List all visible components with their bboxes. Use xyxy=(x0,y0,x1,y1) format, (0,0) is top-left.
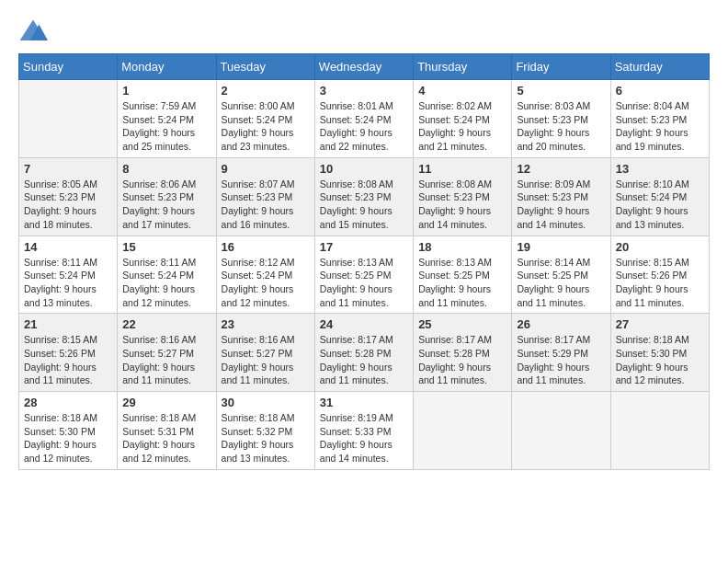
calendar-day-cell: 3Sunrise: 8:01 AMSunset: 5:24 PMDaylight… xyxy=(314,80,413,158)
day-number: 1 xyxy=(122,84,210,98)
day-info: Sunrise: 8:13 AMSunset: 5:25 PMDaylight:… xyxy=(418,256,506,310)
day-number: 13 xyxy=(616,162,704,176)
calendar-header-sunday: Sunday xyxy=(19,54,118,80)
day-info: Sunrise: 7:59 AMSunset: 5:24 PMDaylight:… xyxy=(122,99,210,154)
day-number: 14 xyxy=(24,240,112,254)
day-info: Sunrise: 8:18 AMSunset: 5:30 PMDaylight:… xyxy=(616,333,704,387)
day-number: 31 xyxy=(320,396,408,409)
day-info: Sunrise: 8:16 AMSunset: 5:27 PMDaylight:… xyxy=(122,333,210,387)
day-info: Sunrise: 8:18 AMSunset: 5:30 PMDaylight:… xyxy=(24,411,112,465)
calendar-day-cell: 11Sunrise: 8:08 AMSunset: 5:23 PMDayligh… xyxy=(414,157,512,236)
day-info: Sunrise: 8:05 AMSunset: 5:23 PMDaylight:… xyxy=(24,178,112,232)
day-number: 6 xyxy=(616,84,704,98)
calendar-day-cell: 8Sunrise: 8:06 AMSunset: 5:23 PMDaylight… xyxy=(118,157,216,236)
day-info: Sunrise: 8:18 AMSunset: 5:32 PMDaylight:… xyxy=(222,411,310,465)
calendar-day-cell: 24Sunrise: 8:17 AMSunset: 5:28 PMDayligh… xyxy=(314,314,413,392)
day-number: 10 xyxy=(320,162,408,176)
day-number: 2 xyxy=(222,84,310,98)
calendar-day-cell: 21Sunrise: 8:15 AMSunset: 5:26 PMDayligh… xyxy=(19,314,118,392)
calendar-day-cell: 6Sunrise: 8:04 AMSunset: 5:23 PMDaylight… xyxy=(610,80,709,158)
calendar-week-row: 1Sunrise: 7:59 AMSunset: 5:24 PMDaylight… xyxy=(19,80,710,158)
calendar-day-cell: 29Sunrise: 8:18 AMSunset: 5:31 PMDayligh… xyxy=(118,392,216,470)
calendar-table: SundayMondayTuesdayWednesdayThursdayFrid… xyxy=(18,53,710,470)
day-info: Sunrise: 8:14 AMSunset: 5:25 PMDaylight:… xyxy=(517,256,605,310)
day-number: 8 xyxy=(122,162,210,176)
day-info: Sunrise: 8:10 AMSunset: 5:24 PMDaylight:… xyxy=(616,178,704,232)
day-info: Sunrise: 8:12 AMSunset: 5:24 PMDaylight:… xyxy=(222,256,310,310)
calendar-day-cell: 1Sunrise: 7:59 AMSunset: 5:24 PMDaylight… xyxy=(118,80,216,158)
calendar-week-row: 14Sunrise: 8:11 AMSunset: 5:24 PMDayligh… xyxy=(19,236,710,314)
calendar-header-saturday: Saturday xyxy=(610,54,709,80)
calendar-header-friday: Friday xyxy=(512,54,610,80)
day-info: Sunrise: 8:15 AMSunset: 5:26 PMDaylight:… xyxy=(24,333,112,387)
calendar-day-cell: 19Sunrise: 8:14 AMSunset: 5:25 PMDayligh… xyxy=(512,236,610,314)
calendar-day-cell: 27Sunrise: 8:18 AMSunset: 5:30 PMDayligh… xyxy=(610,314,709,392)
calendar-day-cell: 18Sunrise: 8:13 AMSunset: 5:25 PMDayligh… xyxy=(414,236,512,314)
calendar-day-cell: 7Sunrise: 8:05 AMSunset: 5:23 PMDaylight… xyxy=(19,157,118,236)
day-info: Sunrise: 8:07 AMSunset: 5:23 PMDaylight:… xyxy=(222,178,310,232)
day-info: Sunrise: 8:11 AMSunset: 5:24 PMDaylight:… xyxy=(24,256,112,310)
calendar-header-tuesday: Tuesday xyxy=(216,54,314,80)
day-info: Sunrise: 8:08 AMSunset: 5:23 PMDaylight:… xyxy=(320,178,408,232)
day-number: 21 xyxy=(24,317,112,331)
calendar-day-cell: 16Sunrise: 8:12 AMSunset: 5:24 PMDayligh… xyxy=(216,236,314,314)
day-number: 19 xyxy=(517,240,605,254)
day-number: 20 xyxy=(616,240,704,254)
day-number: 12 xyxy=(517,162,605,176)
calendar-week-row: 7Sunrise: 8:05 AMSunset: 5:23 PMDaylight… xyxy=(19,157,710,236)
day-number: 26 xyxy=(517,317,605,331)
day-number: 7 xyxy=(24,162,112,176)
calendar-day-cell: 2Sunrise: 8:00 AMSunset: 5:24 PMDaylight… xyxy=(216,80,314,158)
day-number: 4 xyxy=(418,84,506,98)
day-info: Sunrise: 8:17 AMSunset: 5:28 PMDaylight:… xyxy=(418,333,506,387)
calendar-day-cell xyxy=(19,80,118,158)
calendar-day-cell xyxy=(414,392,512,470)
calendar-day-cell: 30Sunrise: 8:18 AMSunset: 5:32 PMDayligh… xyxy=(216,392,314,470)
day-number: 11 xyxy=(418,162,506,176)
day-info: Sunrise: 8:01 AMSunset: 5:24 PMDaylight:… xyxy=(320,99,408,154)
calendar-header-thursday: Thursday xyxy=(414,54,512,80)
day-info: Sunrise: 8:16 AMSunset: 5:27 PMDaylight:… xyxy=(222,333,310,387)
day-number: 15 xyxy=(122,240,210,254)
calendar-day-cell: 12Sunrise: 8:09 AMSunset: 5:23 PMDayligh… xyxy=(512,157,610,236)
logo-icon xyxy=(18,18,48,44)
day-info: Sunrise: 8:09 AMSunset: 5:23 PMDaylight:… xyxy=(517,178,605,232)
day-info: Sunrise: 8:11 AMSunset: 5:24 PMDaylight:… xyxy=(122,256,210,310)
day-info: Sunrise: 8:06 AMSunset: 5:23 PMDaylight:… xyxy=(122,178,210,232)
day-info: Sunrise: 8:13 AMSunset: 5:25 PMDaylight:… xyxy=(320,256,408,310)
calendar-day-cell: 13Sunrise: 8:10 AMSunset: 5:24 PMDayligh… xyxy=(610,157,709,236)
day-number: 30 xyxy=(222,396,310,409)
calendar-week-row: 28Sunrise: 8:18 AMSunset: 5:30 PMDayligh… xyxy=(19,392,710,470)
calendar-header-row: SundayMondayTuesdayWednesdayThursdayFrid… xyxy=(19,54,710,80)
day-info: Sunrise: 8:17 AMSunset: 5:28 PMDaylight:… xyxy=(320,333,408,387)
day-number: 25 xyxy=(418,317,506,331)
calendar-day-cell: 26Sunrise: 8:17 AMSunset: 5:29 PMDayligh… xyxy=(512,314,610,392)
day-info: Sunrise: 8:04 AMSunset: 5:23 PMDaylight:… xyxy=(616,99,704,154)
day-info: Sunrise: 8:03 AMSunset: 5:23 PMDaylight:… xyxy=(517,99,605,154)
day-number: 29 xyxy=(122,396,210,409)
day-number: 24 xyxy=(320,317,408,331)
day-info: Sunrise: 8:19 AMSunset: 5:33 PMDaylight:… xyxy=(320,411,408,465)
day-info: Sunrise: 8:18 AMSunset: 5:31 PMDaylight:… xyxy=(122,411,210,465)
day-number: 9 xyxy=(222,162,310,176)
calendar-day-cell xyxy=(610,392,709,470)
day-number: 16 xyxy=(222,240,310,254)
calendar-day-cell: 17Sunrise: 8:13 AMSunset: 5:25 PMDayligh… xyxy=(314,236,413,314)
calendar-day-cell: 5Sunrise: 8:03 AMSunset: 5:23 PMDaylight… xyxy=(512,80,610,158)
calendar-day-cell: 10Sunrise: 8:08 AMSunset: 5:23 PMDayligh… xyxy=(314,157,413,236)
day-info: Sunrise: 8:08 AMSunset: 5:23 PMDaylight:… xyxy=(418,178,506,232)
day-number: 28 xyxy=(24,396,112,409)
day-info: Sunrise: 8:15 AMSunset: 5:26 PMDaylight:… xyxy=(616,256,704,310)
calendar-day-cell: 31Sunrise: 8:19 AMSunset: 5:33 PMDayligh… xyxy=(314,392,413,470)
calendar-header-monday: Monday xyxy=(118,54,216,80)
day-number: 23 xyxy=(222,317,310,331)
day-info: Sunrise: 8:17 AMSunset: 5:29 PMDaylight:… xyxy=(517,333,605,387)
calendar-day-cell: 25Sunrise: 8:17 AMSunset: 5:28 PMDayligh… xyxy=(414,314,512,392)
calendar-day-cell: 28Sunrise: 8:18 AMSunset: 5:30 PMDayligh… xyxy=(19,392,118,470)
calendar-header-wednesday: Wednesday xyxy=(314,54,413,80)
calendar-week-row: 21Sunrise: 8:15 AMSunset: 5:26 PMDayligh… xyxy=(19,314,710,392)
calendar-day-cell: 23Sunrise: 8:16 AMSunset: 5:27 PMDayligh… xyxy=(216,314,314,392)
day-number: 27 xyxy=(616,317,704,331)
page-header xyxy=(18,18,710,44)
logo xyxy=(18,18,51,44)
